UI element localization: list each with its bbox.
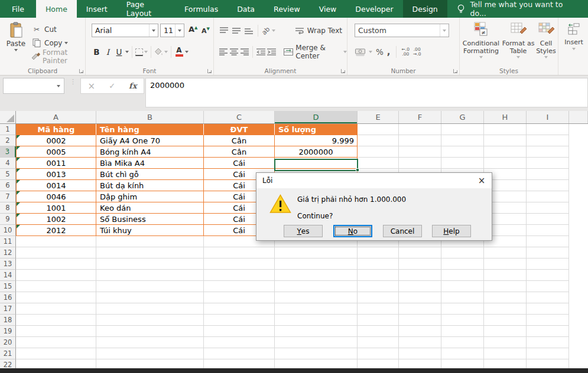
tab-design[interactable]: Design: [403, 0, 447, 18]
tab-developer[interactable]: Developer: [346, 0, 402, 18]
copy-button[interactable]: Copy: [30, 37, 85, 49]
close-icon[interactable]: ×: [472, 173, 492, 188]
cancel-entry-icon[interactable]: ×: [88, 81, 96, 91]
tab-view[interactable]: View: [310, 0, 346, 18]
cell-D13[interactable]: [275, 259, 358, 270]
name-box-chevron[interactable]: [53, 78, 64, 93]
format-as-table-button[interactable]: Format as Table: [501, 21, 535, 58]
dialog-button-yes[interactable]: Yes: [284, 225, 323, 237]
cell-C16[interactable]: [204, 292, 275, 303]
cell-B12[interactable]: [96, 247, 204, 259]
cell-H2[interactable]: [484, 135, 527, 146]
cell-H15[interactable]: [484, 281, 527, 292]
cell-A15[interactable]: [16, 281, 96, 292]
alignment-dialog-launcher[interactable]: [341, 69, 345, 73]
cell-C12[interactable]: [204, 247, 275, 259]
cell-E4[interactable]: [358, 158, 399, 169]
row-header-21[interactable]: 21: [0, 348, 16, 359]
row-header-18[interactable]: 18: [0, 315, 16, 326]
cell-G19[interactable]: [441, 326, 484, 337]
tab-home[interactable]: Home: [36, 0, 77, 18]
cell-H19[interactable]: [484, 326, 527, 337]
cell-B13[interactable]: [96, 259, 204, 270]
column-header-H[interactable]: H: [484, 111, 527, 123]
cell-H3[interactable]: [484, 146, 527, 158]
row-header-1[interactable]: 1: [0, 124, 16, 135]
increase-decimal-button[interactable]: ←.0 .00: [402, 47, 410, 57]
align-middle-icon[interactable]: [231, 26, 242, 35]
dialog-button-no[interactable]: No: [333, 225, 372, 237]
cell-G14[interactable]: [441, 270, 484, 281]
cell-A14[interactable]: [16, 270, 96, 281]
cell-A9[interactable]: 1002: [16, 214, 96, 225]
align-right-icon[interactable]: [240, 47, 249, 57]
cell-F17[interactable]: [399, 303, 441, 315]
cell-G4[interactable]: [441, 158, 484, 169]
increase-indent-icon[interactable]: [267, 47, 276, 57]
accounting-format-icon[interactable]: [355, 47, 365, 57]
percent-style-button[interactable]: %: [376, 47, 384, 57]
cell-G21[interactable]: [441, 348, 484, 359]
tell-me-box[interactable]: Tell me what you want to do...: [447, 0, 588, 18]
dialog-button-help[interactable]: Help: [432, 225, 471, 237]
cell-F21[interactable]: [399, 348, 441, 359]
cell-B5[interactable]: Bút chì gỗ: [96, 169, 204, 180]
cell-E12[interactable]: [358, 247, 399, 259]
align-top-icon[interactable]: [219, 26, 229, 35]
cell-C20[interactable]: [204, 337, 275, 348]
tab-page-layout[interactable]: Page Layout: [117, 0, 175, 18]
cell-A21[interactable]: [16, 348, 96, 359]
tab-insert[interactable]: Insert: [77, 0, 117, 18]
cell-H17[interactable]: [484, 303, 527, 315]
cell-I19[interactable]: [527, 326, 569, 337]
cell-B6[interactable]: Bút dạ kính: [96, 180, 204, 191]
fill-color-icon[interactable]: [154, 48, 163, 56]
cell-F20[interactable]: [399, 337, 441, 348]
cell-A7[interactable]: 0046: [16, 191, 96, 202]
cell-F4[interactable]: [399, 158, 441, 169]
cell-B4[interactable]: Bìa Mika A4: [96, 158, 204, 169]
cell-I21[interactable]: [527, 348, 569, 359]
cell-C15[interactable]: [204, 281, 275, 292]
cell-I17[interactable]: [527, 303, 569, 315]
format-painter-button[interactable]: Format Painter: [30, 50, 85, 63]
tab-file[interactable]: File: [0, 0, 36, 18]
cell-D21[interactable]: [275, 348, 358, 359]
merge-center-button[interactable]: Merge & Center: [284, 44, 347, 60]
cell-G20[interactable]: [441, 337, 484, 348]
cell-E19[interactable]: [358, 326, 399, 337]
cell-D1[interactable]: Số lượng: [275, 124, 358, 135]
cell-I14[interactable]: [527, 270, 569, 281]
cell-C17[interactable]: [204, 303, 275, 315]
cell-D17[interactable]: [275, 303, 358, 315]
orientation-chevron[interactable]: [272, 30, 275, 32]
font-color-button[interactable]: A: [174, 47, 184, 57]
dialog-button-cancel[interactable]: Cancel: [383, 225, 422, 237]
cell-D2[interactable]: 9.999: [275, 135, 358, 146]
wrap-text-button[interactable]: Wrap Text: [294, 26, 342, 35]
cell-H18[interactable]: [484, 315, 527, 326]
cell-B21[interactable]: [96, 348, 204, 359]
cell-C19[interactable]: [204, 326, 275, 337]
cell-D20[interactable]: [275, 337, 358, 348]
cell-I7[interactable]: [527, 191, 569, 202]
cell-A5[interactable]: 0013: [16, 169, 96, 180]
cell-F16[interactable]: [399, 292, 441, 303]
cell-F19[interactable]: [399, 326, 441, 337]
decrease-font-size-button[interactable]: A▼: [202, 27, 210, 35]
cell-G3[interactable]: [441, 146, 484, 158]
cell-D16[interactable]: [275, 292, 358, 303]
cell-I11[interactable]: [527, 236, 569, 247]
cell-G12[interactable]: [441, 247, 484, 259]
cell-D18[interactable]: [275, 315, 358, 326]
enter-entry-icon[interactable]: ✓: [109, 81, 115, 90]
cell-A1[interactable]: Mã hàng: [16, 124, 96, 135]
cell-I1[interactable]: [527, 124, 569, 135]
cell-I15[interactable]: [527, 281, 569, 292]
cell-A13[interactable]: [16, 259, 96, 270]
row-header-4[interactable]: 4: [0, 158, 16, 169]
cut-button[interactable]: ✂ Cut: [30, 23, 85, 35]
cell-G17[interactable]: [441, 303, 484, 315]
borders-chevron[interactable]: [144, 51, 148, 53]
cell-C13[interactable]: [204, 259, 275, 270]
